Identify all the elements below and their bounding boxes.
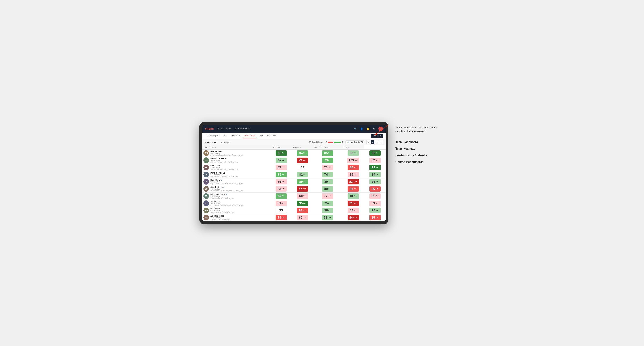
tab-all-players[interactable]: All Players [266, 133, 278, 138]
table-row: MM Matt Miller 6-10 Handicap Woburn Golf… [202, 207, 386, 214]
view-options-button[interactable]: ↕ [379, 140, 383, 144]
table-row: JC Josh Coles 1-5 Handicap Royal North D… [202, 199, 386, 207]
dashboard-menu-list: Team Dashboard Team Heatmap Leaderboards… [396, 139, 444, 165]
player-quality-sort[interactable]: Player Quality ↓ [204, 147, 269, 148]
player-cell[interactable]: BM Blair McHarg Plus Handicap Royal Nort… [202, 149, 270, 157]
score-cell-player_quality: 87 1▲ [270, 157, 292, 164]
score-cell-off_tee: 77 -14▼ [292, 185, 313, 192]
score-cell-player_quality: 93 4▲ [270, 149, 292, 157]
score-cell-approach: 75 2▲ [313, 199, 342, 207]
last-rounds-icon: 📊 [347, 141, 349, 143]
around-green-sort[interactable]: Around the Green ↓ [314, 147, 340, 148]
positive-bar [334, 142, 341, 143]
col-approach[interactable]: Approach ↓ [292, 145, 313, 150]
tab-team-clippd[interactable]: Team Clippd [242, 133, 257, 138]
menu-item-team-heatmap[interactable]: Team Heatmap [396, 145, 444, 152]
sub-nav: PGAT Players PGA Hcaps 1-5 Team Clippd T… [202, 133, 386, 139]
score-cell-approach: 58 10▲ [313, 214, 342, 221]
nav-item-home[interactable]: Home [217, 127, 223, 131]
annotation-panel: This is where you can choose which dashb… [396, 122, 444, 165]
player-table: Player Quality ↓ Off the Tee ↓ Approach … [202, 145, 386, 221]
table-row: CR Chris Robertson ✓ 1-5 Handicap Craigm… [202, 192, 386, 199]
last-rounds-button[interactable]: 📊 Last Rounds: 20 [346, 141, 364, 144]
score-cell-approach: 74 1▲ [313, 171, 342, 178]
score-cell-around_green: 86 -6▼ [342, 164, 364, 171]
score-cell-off_tee: 61 -3▼ [292, 207, 313, 214]
player-cell[interactable]: AN Aaron Nicholls 11-15 Handicap Drift G… [202, 214, 270, 221]
tab-tour[interactable]: Tour [258, 133, 264, 138]
nav-item-teams[interactable]: Teams [226, 127, 232, 131]
nav-item-performance[interactable]: My Performance [235, 127, 250, 131]
score-cell-player_quality: 75 [270, 207, 292, 214]
logo: clippd [205, 127, 214, 130]
score-cell-putting: 85 -4▼ [364, 214, 386, 221]
person-icon[interactable]: 👤 [360, 127, 364, 131]
score-cell-around_green: 88 -1▼ [342, 149, 364, 157]
player-cell[interactable]: EE Elliot Ebert 1-5 Handicap Sunningdale… [202, 164, 270, 171]
score-cell-approach: 80 1▲ [313, 185, 342, 192]
score-cell-putting: 92 -3▼ [364, 157, 386, 164]
score-cell-putting: 95 9▲ [364, 149, 386, 157]
player-cell[interactable]: EC Edward Crossman 1-5 Handicap Sunningd… [202, 157, 270, 164]
view-table-button[interactable]: ≡ [371, 140, 374, 144]
nav-items: Home Teams My Performance [217, 127, 350, 131]
menu-item-leaderboards[interactable]: Leaderboards & streaks [396, 152, 444, 159]
menu-item-team-dashboard[interactable]: Team Dashboard [396, 139, 444, 145]
pos-label: +5 [342, 141, 343, 143]
col-around-green[interactable]: Around the Green ↓ [313, 145, 342, 150]
player-cell[interactable]: CQ Charlie Quick ✓ 6-10 Handicap St. Geo… [202, 185, 270, 192]
table-row: BM Blair McHarg Plus Handicap Royal Nort… [202, 149, 386, 157]
last-rounds-value: 20 [361, 141, 363, 143]
tablet-frame: clippd Home Teams My Performance 🔍 👤 🔔 ⚙… [200, 122, 388, 224]
approach-sort[interactable]: Approach ↓ [293, 147, 312, 148]
page-wrapper: clippd Home Teams My Performance 🔍 👤 🔔 ⚙… [200, 122, 444, 224]
view-icons: ⊞ ≡ ☰ ↕ [366, 140, 383, 144]
score-cell-around_green: 84 -21▼ [342, 214, 364, 221]
player-cell[interactable]: DB Dave Billingham 1-5 Handicap Gog Mago… [202, 171, 270, 178]
team-bar-right: 20 Round Change -5 +5 📊 Last Rounds: 20 … [309, 140, 383, 144]
player-cell[interactable]: CR Chris Robertson ✓ 1-5 Handicap Craigm… [202, 192, 270, 199]
col-off-tee[interactable]: Off the Tee ↓ [270, 145, 292, 150]
table-row: DF David Ford ✓ Plus Handicap Royal Nort… [202, 178, 386, 185]
col-putting[interactable]: Putting ↓ [342, 145, 364, 150]
round-change-bar: -5 +5 [326, 141, 343, 143]
edit-icon[interactable]: ✏ [230, 141, 232, 143]
score-cell-off_tee: 84 6▲ [292, 149, 313, 157]
off-tee-sort[interactable]: Off the Tee ↓ [272, 147, 290, 148]
table-row: DB Dave Billingham 1-5 Handicap Gog Mago… [202, 171, 386, 178]
player-cell[interactable]: MM Matt Miller 6-10 Handicap Woburn Golf… [202, 207, 270, 214]
view-grid-button[interactable]: ⊞ [366, 140, 370, 144]
tab-hcaps[interactable]: Hcaps 1-5 [230, 133, 242, 138]
menu-item-course-leaderboards[interactable]: Course leaderboards [396, 159, 444, 165]
score-cell-player_quality: 82 3▲ [270, 192, 292, 199]
score-cell-player_quality: 81 -3▼ [270, 199, 292, 207]
score-cell-player_quality: 83 -3▼ [270, 185, 292, 192]
player-cell[interactable]: JC Josh Coles 1-5 Handicap Royal North D… [202, 199, 270, 207]
col-player[interactable]: Player Quality ↓ [202, 145, 270, 150]
score-cell-putting: 94 1▲ [364, 171, 386, 178]
tab-pga[interactable]: PGA [222, 133, 229, 138]
score-cell-putting: 96 3▲ [364, 178, 386, 185]
table-row: CQ Charlie Quick ✓ 6-10 Handicap St. Geo… [202, 185, 386, 192]
tablet-screen: clippd Home Teams My Performance 🔍 👤 🔔 ⚙… [202, 125, 386, 221]
team-separator: | [218, 141, 218, 143]
score-cell-around_green: 83 -6▼ [342, 185, 364, 192]
score-cell-putting: 91 -3▼ [364, 192, 386, 199]
player-cell[interactable]: DF David Ford ✓ Plus Handicap Royal Nort… [202, 178, 270, 185]
score-cell-off_tee: 89 7▲ [292, 178, 313, 185]
score-cell-putting: 94 3▲ [364, 207, 386, 214]
putting-sort[interactable]: Putting ↓ [343, 147, 363, 148]
view-list-button[interactable]: ☰ [375, 140, 379, 144]
neg-label: -5 [326, 141, 327, 143]
arrow-svg [371, 123, 392, 137]
score-cell-around_green: 81 4▲ [342, 192, 364, 199]
score-cell-approach: 79 9▲ [313, 157, 342, 164]
score-cell-player_quality: 74 -8▼ [270, 214, 292, 221]
bell-icon[interactable]: 🔔 [366, 127, 370, 131]
score-cell-approach: 80 3▲ [313, 178, 342, 185]
search-icon[interactable]: 🔍 [353, 127, 357, 131]
table-header-row: Player Quality ↓ Off the Tee ↓ Approach … [202, 145, 386, 150]
score-cell-around_green: 88 -2▼ [342, 207, 364, 214]
tab-pgat[interactable]: PGAT Players [205, 133, 221, 138]
annotation-description: This is where you can choose which dashb… [396, 126, 444, 134]
